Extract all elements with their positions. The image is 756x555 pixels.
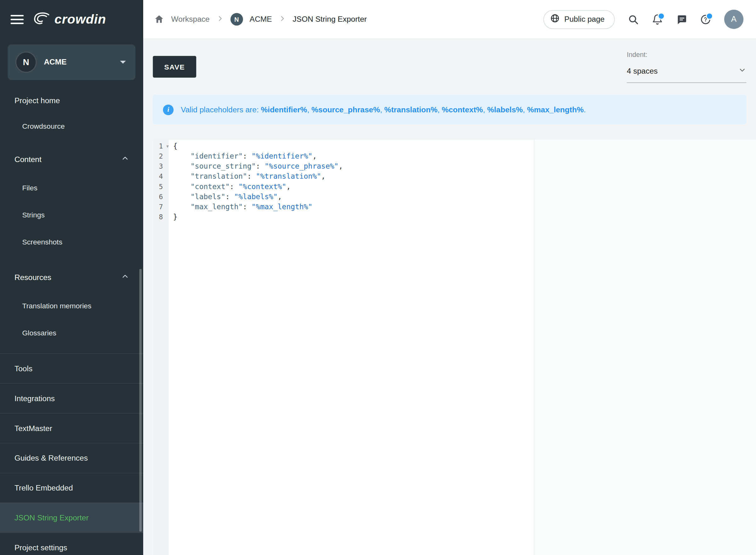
breadcrumb: Workspace N ACME JSON String Exporter [154,13,367,26]
hamburger-menu-icon[interactable] [10,13,25,26]
save-button[interactable]: SAVE [153,56,197,78]
placeholder: %labels% [487,105,523,114]
sidebar-item-strings[interactable]: Strings [0,201,143,228]
fold-toggle-icon[interactable]: ▾ [166,141,169,151]
code-line: { [173,141,756,151]
placeholder: %identifier% [261,105,307,114]
line-number: 8 [153,212,169,222]
header: Workspace N ACME JSON String Exporter Pu… [143,0,756,39]
info-icon: i [163,104,174,115]
sidebar-item-tools[interactable]: Tools [0,353,143,383]
placeholder: %source_phrase% [311,105,380,114]
notification-dot [658,12,665,19]
line-number: 2 [153,151,169,161]
workspace-selector[interactable]: N ACME [8,44,136,80]
workspace-name: ACME [44,58,113,67]
line-number: 7 [153,202,169,212]
sidebar-item-screenshots[interactable]: Screenshots [0,228,143,255]
home-icon[interactable] [154,14,165,25]
sidebar: crowdin N ACME Project home Crowdsource … [0,0,143,555]
line-number: 4 [153,171,169,181]
editor-gutter: 1▾2345678 [153,140,169,555]
info-banner: i Valid placeholders are: %identifier%, … [153,95,747,124]
sidebar-section-resources[interactable]: Resources [0,262,143,293]
breadcrumb-project[interactable]: ACME [250,15,272,24]
code-line: "context": "%context%", [173,182,756,192]
indent-control: Indent: 4 spaces [627,51,746,83]
main-area: Workspace N ACME JSON String Exporter Pu… [143,0,756,555]
code-line: "source_string": "%source_phrase%", [173,161,756,171]
public-page-label: Public page [564,15,604,24]
chevron-up-icon [122,155,129,164]
indent-label: Indent: [627,51,746,58]
sidebar-nav: Project home Crowdsource Content Files S… [0,86,143,555]
caret-down-icon [120,61,126,63]
chevron-right-icon [279,15,286,24]
sidebar-item-json-string-exporter[interactable]: JSON String Exporter [0,503,143,533]
placeholder: %context% [442,105,483,114]
content: SAVE Indent: 4 spaces i Valid placeholde… [143,39,756,555]
project-badge: N [230,13,243,26]
help-icon[interactable]: ? [700,14,711,25]
code-line: "max_length": "%max_length%" [173,202,756,212]
sidebar-item-project-home[interactable]: Project home [0,86,143,115]
sidebar-scrollbar[interactable] [139,269,142,532]
chevron-up-icon [122,273,129,282]
sidebar-item-trello-embedded[interactable]: Trello Embedded [0,473,143,503]
code-line: "labels": "%labels%", [173,192,756,202]
chevron-right-icon [216,15,223,24]
sidebar-item-integrations[interactable]: Integrations [0,383,143,413]
sidebar-item-textmaster[interactable]: TextMaster [0,413,143,443]
sidebar-item-crowdsource[interactable]: Crowdsource [0,115,143,137]
line-number: 1▾ [153,141,169,151]
globe-icon [550,13,560,25]
search-icon[interactable] [628,14,639,25]
crowdin-logo[interactable]: crowdin [32,11,106,28]
indent-value: 4 spaces [627,67,658,76]
breadcrumb-workspace[interactable]: Workspace [171,15,210,24]
indent-select[interactable]: 4 spaces [627,66,746,83]
chevron-down-icon [738,66,746,76]
help-dot [706,12,713,19]
header-actions: Public page ? A [544,10,744,29]
code-line: "identifier": "%identifier%", [173,151,756,161]
public-page-button[interactable]: Public page [544,10,615,29]
sidebar-item-glossaries[interactable]: Glossaries [0,319,143,347]
line-number: 6 [153,192,169,202]
messages-icon[interactable] [676,14,687,25]
notifications-bell-icon[interactable] [652,14,663,25]
code-editor[interactable]: 1▾2345678 { "identifier": "%identifier%"… [153,140,756,555]
breadcrumb-page-title: JSON String Exporter [293,15,367,24]
code-line: } [173,212,756,222]
app: crowdin N ACME Project home Crowdsource … [0,0,756,555]
line-number: 5 [153,182,169,192]
workspace-avatar: N [15,52,37,73]
section-label: Content [14,155,42,164]
sidebar-item-translation-memories[interactable]: Translation memories [0,293,143,319]
sidebar-item-guides-references[interactable]: Guides & References [0,443,143,473]
code-line: "translation": "%translation%", [173,171,756,181]
line-number: 3 [153,161,169,171]
sidebar-item-files[interactable]: Files [0,175,143,202]
sidebar-item-project-settings[interactable]: Project settings [0,533,143,555]
banner-text: Valid placeholders are: %identifier%, %s… [181,105,586,114]
sidebar-section-content[interactable]: Content [0,144,143,175]
placeholder: %max_length% [527,105,584,114]
logo-text: crowdin [54,12,106,27]
editor-code[interactable]: { "identifier": "%identifier%", "source_… [169,140,756,555]
sidebar-top: crowdin [0,0,143,39]
crowdin-bird-icon [32,11,51,28]
placeholder: %translation% [384,105,437,114]
user-avatar[interactable]: A [724,10,744,29]
section-label: Resources [14,273,51,282]
